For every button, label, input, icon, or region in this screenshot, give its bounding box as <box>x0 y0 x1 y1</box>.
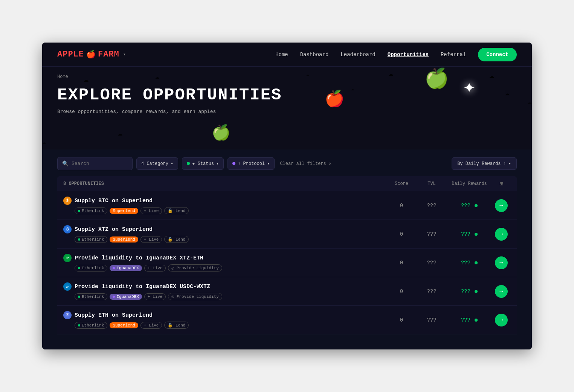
table-row[interactable]: ₿ Supply BTC on Superlend Etherlink Supe… <box>57 191 517 220</box>
connect-button[interactable]: Connect <box>478 48 517 61</box>
xtz-eth-tvl: ??? <box>417 260 447 266</box>
cloud-right: ☁️ <box>527 97 532 107</box>
search-box[interactable]: 🔍 <box>57 157 133 170</box>
xtz-eth-action[interactable]: → <box>492 256 511 269</box>
usdc-wxtz-arrow-button[interactable]: → <box>495 285 508 298</box>
nav-leaderboard[interactable]: Leaderboard <box>340 52 375 58</box>
eth-reward-dot <box>475 319 478 322</box>
etherlink-dot-xtz <box>78 238 80 241</box>
xtz-reward-dot <box>475 233 478 236</box>
btc-score: 0 <box>386 203 417 209</box>
xtz-row-title: Supply XTZ on Superlend <box>75 226 153 233</box>
nav-links: Home Dashboard Leaderboard Opportunities… <box>275 48 517 61</box>
eth-arrow-button[interactable]: → <box>495 314 508 326</box>
usdc-wxtz-row-tags: Etherlink IguanaDEX + Live ◎ Provide Liq… <box>75 293 386 300</box>
apple-char-bottom: 🍏 <box>212 124 231 142</box>
eth-rewards: ??? <box>447 317 492 323</box>
table-row[interactable]: LP Provide liquidity to IguanaDEX XTZ-ET… <box>57 249 517 277</box>
eth-action[interactable]: → <box>492 314 511 326</box>
btc-row-tags: Etherlink Superlend + Live 🔒 Lend <box>75 207 386 214</box>
table-row[interactable]: Ꞩ Supply XTZ on Superlend Etherlink Supe… <box>57 220 517 249</box>
tag-live-usdc-wxtz[interactable]: + Live <box>144 293 166 300</box>
xtz-eth-row-title: Provide liquidity to IguanaDEX XTZ-ETH <box>75 255 203 261</box>
usdc-wxtz-action[interactable]: → <box>492 285 511 298</box>
table-header: 8 OPPORTUNITIES Score TVL Daily Rewards … <box>57 176 517 191</box>
xtz-arrow-button[interactable]: → <box>495 228 508 241</box>
search-input[interactable] <box>72 161 121 166</box>
category-chevron-icon: ▾ <box>171 161 173 166</box>
etherlink-dot <box>78 210 80 212</box>
tag-live-eth[interactable]: + Live <box>140 322 162 329</box>
tag-etherlink-usdc-wxtz[interactable]: Etherlink <box>75 293 107 300</box>
eth-tvl: ??? <box>417 317 447 323</box>
app-frame: APPLE 🍎 FARM ▾ Home Dashboard Leaderboar… <box>42 43 532 349</box>
logo-chevron-icon: ▾ <box>123 52 126 57</box>
iguanadex-dot-xtz-eth <box>113 267 115 269</box>
row-name-xtz-eth: LP Provide liquidity to IguanaDEX XTZ-ET… <box>63 254 386 262</box>
col-header-action: ⊞ <box>492 180 511 188</box>
protocol-chevron-icon: ▾ <box>267 161 270 166</box>
tag-etherlink-xtz-eth[interactable]: Etherlink <box>75 265 107 272</box>
xtz-eth-arrow-button[interactable]: → <box>495 256 508 269</box>
row-name-eth: Ξ Supply ETH on Superlend <box>63 311 386 319</box>
tag-superlend-xtz[interactable]: Superlend <box>110 236 138 243</box>
grid-view-icon[interactable]: ⊞ <box>499 181 503 188</box>
logo-text-farm: FARM <box>98 50 119 59</box>
tag-provide-xtz-eth[interactable]: ◎ Provide Liquidity <box>168 264 222 272</box>
search-icon: 🔍 <box>62 160 69 167</box>
category-filter-button[interactable]: 4 Category ▾ <box>136 157 178 170</box>
status-filter-button[interactable]: ● Status ▾ <box>182 157 224 170</box>
status-dot-icon <box>187 161 190 166</box>
btc-arrow-button[interactable]: → <box>495 199 508 212</box>
table-row[interactable]: LP Provide liquidity to IguanaDEX USDC-W… <box>57 277 517 306</box>
tag-live-xtz-eth[interactable]: + Live <box>144 265 166 272</box>
xtz-eth-icon: LP <box>63 254 72 262</box>
tag-lend-eth[interactable]: 🔒 Lend <box>164 322 189 329</box>
row-name-btc: ₿ Supply BTC on Superlend <box>63 197 386 205</box>
nav-dashboard[interactable]: Dashboard <box>300 52 329 58</box>
xtz-action[interactable]: → <box>492 228 511 241</box>
btc-reward-dot <box>475 204 478 207</box>
tag-etherlink-eth[interactable]: Etherlink <box>75 322 107 329</box>
hero-title: EXPLORE OPPORTUNITIES <box>57 85 517 104</box>
row-name-xtz: Ꞩ Supply XTZ on Superlend <box>63 225 386 233</box>
logo-apple-icon: 🍎 <box>86 50 96 59</box>
row-left-eth: Ξ Supply ETH on Superlend Etherlink Supe… <box>63 311 386 329</box>
xtz-score: 0 <box>386 231 417 237</box>
etherlink-dot-xtz-eth <box>78 267 80 269</box>
nav-referral[interactable]: Referral <box>441 52 466 58</box>
col-header-score: Score <box>386 181 417 186</box>
usdc-wxtz-reward-dot <box>475 290 478 293</box>
tag-lend-xtz[interactable]: 🔒 Lend <box>164 236 189 243</box>
table-row[interactable]: Ξ Supply ETH on Superlend Etherlink Supe… <box>57 306 517 334</box>
sort-label: By Daily Rewards ↑ <box>457 161 506 166</box>
tag-etherlink-btc[interactable]: Etherlink <box>75 207 107 214</box>
eth-score: 0 <box>386 317 417 323</box>
xtz-row-tags: Etherlink Superlend + Live 🔒 Lend <box>75 236 386 243</box>
category-filter-label: 4 Category <box>141 161 168 166</box>
tag-iguanadex-usdc-wxtz[interactable]: IguanaDEX <box>110 294 142 300</box>
btc-rewards: ??? <box>447 203 492 209</box>
tag-lend-btc[interactable]: 🔒 Lend <box>164 207 189 214</box>
tag-superlend-eth[interactable]: Superlend <box>110 322 138 328</box>
btc-action[interactable]: → <box>492 199 511 212</box>
protocol-filter-button[interactable]: ⬆ Protocol ▾ <box>227 157 275 170</box>
clear-filters-link[interactable]: Clear all filters ✕ <box>278 158 333 169</box>
breadcrumb: Home <box>57 74 517 79</box>
etherlink-dot-usdc-wxtz <box>78 296 80 298</box>
iguanadex-dot-usdc-wxtz <box>113 296 115 298</box>
nav-home[interactable]: Home <box>275 52 288 58</box>
tag-iguanadex-xtz-eth[interactable]: IguanaDEX <box>110 265 142 271</box>
tag-live-xtz[interactable]: + Live <box>140 236 162 243</box>
tag-live-btc[interactable]: + Live <box>140 207 162 214</box>
usdc-wxtz-row-title: Provide liquidity to IguanaDEX USDC-WXTZ <box>75 284 210 290</box>
nav-opportunities[interactable]: Opportunities <box>388 52 429 58</box>
tag-provide-usdc-wxtz[interactable]: ◎ Provide Liquidity <box>168 293 222 300</box>
tag-superlend-btc[interactable]: Superlend <box>110 208 138 214</box>
sort-button[interactable]: By Daily Rewards ↑ ▾ <box>452 157 517 170</box>
logo[interactable]: APPLE 🍎 FARM ▾ <box>57 50 126 59</box>
xtz-eth-row-tags: Etherlink IguanaDEX + Live ◎ Provide Liq… <box>75 264 386 272</box>
status-filter-label: ● Status <box>192 161 214 166</box>
tag-etherlink-xtz[interactable]: Etherlink <box>75 236 107 243</box>
opportunities-table: 8 OPPORTUNITIES Score TVL Daily Rewards … <box>57 176 517 334</box>
